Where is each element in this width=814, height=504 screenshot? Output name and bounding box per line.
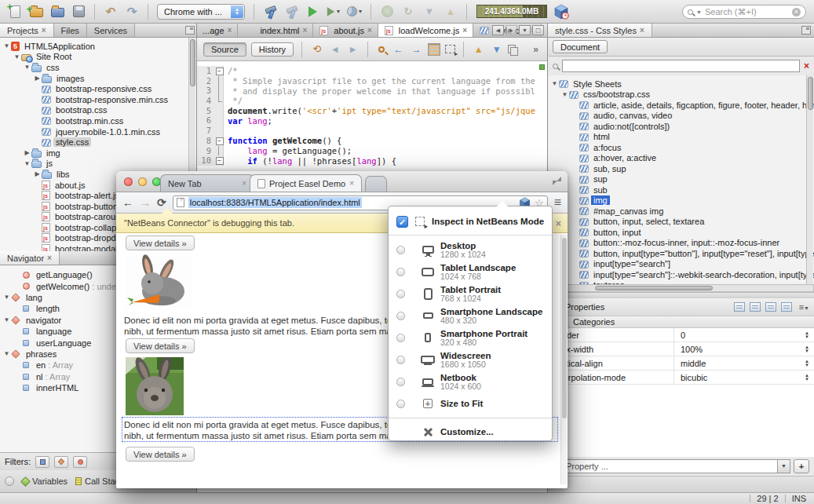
- selector-item-button-input[interactable]: button, input: [548, 227, 814, 238]
- selector-item-sub[interactable]: sub: [548, 184, 814, 195]
- property-combobox[interactable]: Property ... ▼: [553, 459, 790, 473]
- project-item-css[interactable]: ▼css: [0, 62, 196, 73]
- tab-css-styles[interactable]: style.css - Css Styles ×: [548, 24, 652, 37]
- menu-item-item-netbook[interactable]: Netbook1024 x 600: [389, 371, 552, 393]
- property-value[interactable]: 0: [673, 328, 800, 341]
- memory-usage-widget[interactable]: 241.4/364.0MB: [476, 5, 547, 18]
- jump-forward-icon[interactable]: ►: [346, 44, 360, 55]
- radio-icon[interactable]: [396, 356, 405, 364]
- code-line[interactable]: 4 */: [197, 96, 547, 106]
- selector-item-map-canvas-img[interactable]: #map_canvas img: [548, 206, 814, 217]
- value-stepper-icon[interactable]: ▲▼: [800, 331, 814, 339]
- selector-item-style-sheets[interactable]: ▼Style Sheets: [548, 79, 814, 89]
- selector-item-css-bootstrap-css[interactable]: ▼css/bootstrap.css: [548, 89, 814, 100]
- tree-expand-icon[interactable]: ▼: [3, 316, 10, 323]
- step-into-button[interactable]: ▼: [421, 3, 438, 20]
- browser-forward-icon[interactable]: →: [140, 196, 151, 209]
- selector-item-sup[interactable]: sup: [548, 174, 814, 185]
- property-row-item-max-width[interactable]: max-width100%▲▼: [548, 342, 814, 356]
- radio-icon[interactable]: [396, 246, 405, 254]
- project-item-bootstrap-responsive-min-css[interactable]: bootstrap-responsive.min.css: [0, 94, 196, 105]
- property-row-item-interpolation-mode[interactable]: interpolation-modebicubic▲▼: [548, 371, 814, 385]
- tree-expand-icon[interactable]: ▼: [561, 91, 568, 98]
- fold-marker[interactable]: [214, 146, 224, 156]
- code-line[interactable]: 1/*: [197, 66, 547, 76]
- close-icon[interactable]: ×: [228, 26, 232, 35]
- selector-item-img[interactable]: img: [548, 195, 814, 206]
- tree-collapse-icon[interactable]: ▶: [34, 170, 41, 177]
- infobar-close-icon[interactable]: ×: [555, 217, 561, 229]
- view-details-button[interactable]: View details »: [126, 236, 195, 250]
- select-in-projects-icon[interactable]: [445, 45, 455, 53]
- save-all-button[interactable]: [70, 3, 87, 20]
- value-stepper-icon[interactable]: ▲▼: [800, 374, 814, 382]
- filter-fields-button[interactable]: [35, 456, 49, 468]
- debugger-panel-icon[interactable]: [5, 477, 14, 486]
- tree-expand-icon[interactable]: ▼: [551, 80, 558, 87]
- close-icon[interactable]: ×: [303, 26, 308, 35]
- css-filter-input[interactable]: [562, 60, 800, 72]
- toolbar-overflow-icon[interactable]: »: [529, 44, 542, 55]
- selector-item-button-moz-focus-inner-input-moz-focus-inner[interactable]: button::-moz-focus-inner, input::-moz-fo…: [548, 238, 814, 249]
- close-icon[interactable]: ×: [47, 254, 52, 262]
- find-selection-icon[interactable]: [378, 46, 385, 53]
- undo-button[interactable]: ↶: [102, 3, 119, 20]
- selector-item-article-aside-details-figcaption-figure-footer-header-hgro[interactable]: article, aside, details, figcaption, fig…: [548, 100, 814, 111]
- quick-search-input[interactable]: ▼ Search (⌘+I) ×: [682, 5, 806, 19]
- code-line[interactable]: 9 lang = getLanguage();: [197, 146, 547, 156]
- new-file-button[interactable]: [6, 3, 24, 20]
- property-value[interactable]: middle: [673, 356, 800, 370]
- selector-item-sub-sup[interactable]: sub, sup: [548, 163, 814, 174]
- menu-item-inspect[interactable]: Inspect in NetBeans Mode: [389, 211, 552, 232]
- scroll-tabs-right-icon[interactable]: ▶: [506, 25, 517, 35]
- code-line[interactable]: 10 if (!lang || !phrases[lang]) {: [197, 155, 547, 166]
- tree-collapse-icon[interactable]: ▶: [24, 149, 31, 156]
- browser-reload-icon[interactable]: ⟳: [157, 196, 166, 209]
- apply-code-changes-button[interactable]: ↻: [400, 3, 417, 20]
- tree-collapse-icon[interactable]: ▶: [34, 75, 41, 82]
- tree-expand-icon[interactable]: ▼: [24, 64, 31, 71]
- close-icon[interactable]: ×: [242, 179, 246, 188]
- project-item-bootstrap-css[interactable]: bootstrap.css: [0, 105, 196, 116]
- selector-item-html[interactable]: html: [548, 132, 814, 143]
- debug-continue-button[interactable]: [378, 3, 396, 20]
- new-tab-button[interactable]: [365, 176, 387, 192]
- menu-item-item-tablet-portrait[interactable]: Tablet Portrait768 x 1024: [389, 283, 552, 305]
- selector-item-button-input-type-button-input-type-reset-input-type[interactable]: button, input[type="button"], input[type…: [548, 248, 814, 259]
- value-stepper-icon[interactable]: ▲▼: [800, 345, 814, 353]
- minimize-window-icon[interactable]: [138, 177, 147, 186]
- next-occurrence-icon[interactable]: →: [410, 44, 423, 55]
- filter-static-button[interactable]: [54, 456, 68, 468]
- menu-item-item-tablet-landscape[interactable]: Tablet Landscape1024 x 768: [389, 261, 552, 283]
- panel-window-icon[interactable]: [801, 26, 811, 35]
- clean-build-button[interactable]: [283, 3, 300, 20]
- panel-splitter[interactable]: [547, 292, 814, 298]
- tree-expand-icon[interactable]: ▼: [3, 42, 10, 49]
- page-icon[interactable]: [177, 198, 184, 207]
- project-item-js[interactable]: ▼js: [0, 159, 196, 170]
- next-bookmark-icon[interactable]: ▼: [490, 44, 503, 55]
- scroll-tabs-left-icon[interactable]: ◀: [492, 25, 504, 35]
- sort-type-icon[interactable]: [781, 302, 792, 312]
- tab-variables[interactable]: Variables: [22, 477, 68, 486]
- close-icon[interactable]: ×: [367, 26, 372, 35]
- chrome-titlebar[interactable]: New Tab×Project Easel Demo×: [116, 171, 568, 192]
- fold-marker[interactable]: [214, 66, 224, 76]
- fold-marker[interactable]: [214, 155, 224, 166]
- editor-tab-item-index-html[interactable]: index.html×: [238, 24, 313, 37]
- tab-services[interactable]: Services: [87, 24, 135, 37]
- maximize-editor-icon[interactable]: □: [532, 25, 544, 35]
- view-details-button[interactable]: View details »: [126, 338, 195, 353]
- show-tree-icon[interactable]: [750, 302, 761, 312]
- last-edit-icon[interactable]: ⟲: [310, 43, 323, 55]
- css-tree-hscrollbar[interactable]: [547, 284, 814, 292]
- checkbox-checked-icon[interactable]: [396, 216, 408, 228]
- add-property-button[interactable]: +: [794, 459, 809, 473]
- editor-tab-item-about-js[interactable]: about.js×: [313, 24, 378, 37]
- menu-item-customize[interactable]: Customize...: [389, 422, 552, 442]
- open-project-button[interactable]: [49, 3, 66, 20]
- project-item-html5application[interactable]: ▼HTML5Application: [0, 41, 196, 52]
- tab-navigator[interactable]: Navigator ×: [0, 251, 60, 265]
- jump-back-icon[interactable]: ◄: [328, 44, 341, 55]
- close-icon[interactable]: ×: [462, 26, 467, 35]
